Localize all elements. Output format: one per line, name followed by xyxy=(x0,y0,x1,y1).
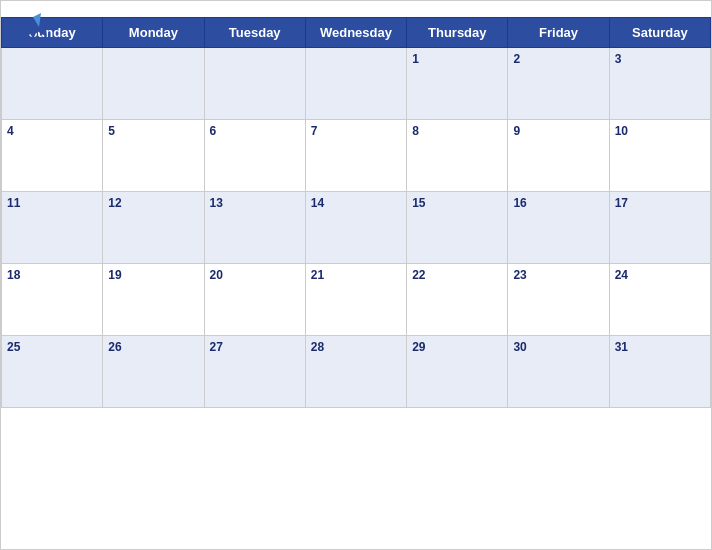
calendar-cell: 13 xyxy=(204,192,305,264)
calendar-cell: 2 xyxy=(508,48,609,120)
calendar-cell: 5 xyxy=(103,120,204,192)
date-number: 12 xyxy=(108,196,121,210)
date-number: 10 xyxy=(615,124,628,138)
calendar-thead: SundayMondayTuesdayWednesdayThursdayFrid… xyxy=(2,18,711,48)
date-number: 14 xyxy=(311,196,324,210)
calendar-cell: 8 xyxy=(407,120,508,192)
calendar-cell: 23 xyxy=(508,264,609,336)
calendar-cell xyxy=(204,48,305,120)
date-number: 11 xyxy=(7,196,20,210)
calendar-header xyxy=(1,1,711,15)
date-number: 20 xyxy=(210,268,223,282)
calendar-cell: 10 xyxy=(609,120,710,192)
calendar-cell: 11 xyxy=(2,192,103,264)
date-number: 17 xyxy=(615,196,628,210)
weekday-header-wednesday: Wednesday xyxy=(305,18,406,48)
date-number: 28 xyxy=(311,340,324,354)
calendar-cell: 19 xyxy=(103,264,204,336)
calendar-cell xyxy=(103,48,204,120)
calendar-cell: 3 xyxy=(609,48,710,120)
calendar-week-row: 11121314151617 xyxy=(2,192,711,264)
calendar-cell: 1 xyxy=(407,48,508,120)
calendar-cell: 21 xyxy=(305,264,406,336)
date-number: 25 xyxy=(7,340,20,354)
calendar-cell: 14 xyxy=(305,192,406,264)
calendar-cell: 24 xyxy=(609,264,710,336)
calendar-cell: 7 xyxy=(305,120,406,192)
date-number: 30 xyxy=(513,340,526,354)
date-number: 2 xyxy=(513,52,520,66)
date-number: 22 xyxy=(412,268,425,282)
calendar-cell: 26 xyxy=(103,336,204,408)
date-number: 1 xyxy=(412,52,419,66)
date-number: 29 xyxy=(412,340,425,354)
calendar-week-row: 18192021222324 xyxy=(2,264,711,336)
date-number: 21 xyxy=(311,268,324,282)
weekday-header-saturday: Saturday xyxy=(609,18,710,48)
calendar-cell xyxy=(2,48,103,120)
calendar-cell: 20 xyxy=(204,264,305,336)
brand-logo-icon xyxy=(15,9,51,45)
calendar-tbody: 1234567891011121314151617181920212223242… xyxy=(2,48,711,408)
calendar-cell: 22 xyxy=(407,264,508,336)
calendar-cell: 18 xyxy=(2,264,103,336)
svg-marker-0 xyxy=(19,17,47,39)
calendar-table: SundayMondayTuesdayWednesdayThursdayFrid… xyxy=(1,17,711,408)
date-number: 26 xyxy=(108,340,121,354)
calendar-container: SundayMondayTuesdayWednesdayThursdayFrid… xyxy=(0,0,712,550)
calendar-cell xyxy=(305,48,406,120)
calendar-cell: 6 xyxy=(204,120,305,192)
calendar-cell: 31 xyxy=(609,336,710,408)
date-number: 23 xyxy=(513,268,526,282)
brand xyxy=(15,9,55,45)
weekday-header-monday: Monday xyxy=(103,18,204,48)
calendar-cell: 9 xyxy=(508,120,609,192)
calendar-cell: 12 xyxy=(103,192,204,264)
calendar-cell: 25 xyxy=(2,336,103,408)
calendar-week-row: 123 xyxy=(2,48,711,120)
date-number: 13 xyxy=(210,196,223,210)
date-number: 24 xyxy=(615,268,628,282)
date-number: 27 xyxy=(210,340,223,354)
date-number: 19 xyxy=(108,268,121,282)
calendar-cell: 16 xyxy=(508,192,609,264)
calendar-cell: 17 xyxy=(609,192,710,264)
date-number: 4 xyxy=(7,124,14,138)
date-number: 6 xyxy=(210,124,217,138)
weekday-header-tuesday: Tuesday xyxy=(204,18,305,48)
calendar-cell: 29 xyxy=(407,336,508,408)
weekday-header-friday: Friday xyxy=(508,18,609,48)
calendar-cell: 15 xyxy=(407,192,508,264)
calendar-cell: 30 xyxy=(508,336,609,408)
date-number: 5 xyxy=(108,124,115,138)
weekday-header-thursday: Thursday xyxy=(407,18,508,48)
calendar-week-row: 25262728293031 xyxy=(2,336,711,408)
date-number: 18 xyxy=(7,268,20,282)
calendar-cell: 27 xyxy=(204,336,305,408)
date-number: 15 xyxy=(412,196,425,210)
date-number: 8 xyxy=(412,124,419,138)
calendar-cell: 28 xyxy=(305,336,406,408)
calendar-cell: 4 xyxy=(2,120,103,192)
weekday-header-row: SundayMondayTuesdayWednesdayThursdayFrid… xyxy=(2,18,711,48)
date-number: 7 xyxy=(311,124,318,138)
date-number: 9 xyxy=(513,124,520,138)
date-number: 3 xyxy=(615,52,622,66)
calendar-week-row: 45678910 xyxy=(2,120,711,192)
date-number: 16 xyxy=(513,196,526,210)
date-number: 31 xyxy=(615,340,628,354)
